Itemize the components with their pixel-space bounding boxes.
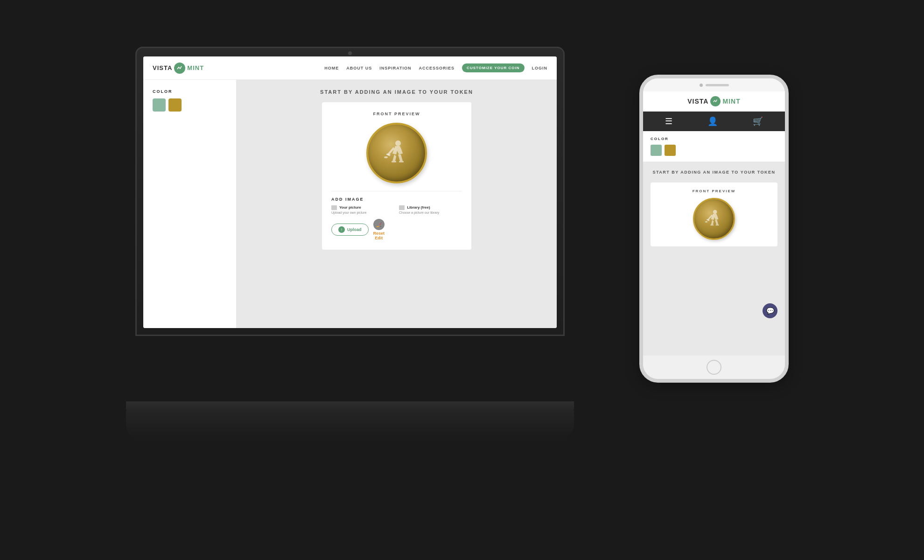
coin-container <box>331 123 462 183</box>
library-option: Library (free) Choose a picture our libr… <box>399 205 462 214</box>
phone-camera <box>700 84 703 87</box>
svg-rect-1 <box>392 161 396 162</box>
phone-main-heading: START BY ADDING AN IMAGE TO YOUR TOKEN <box>652 169 775 176</box>
phone-coin-container <box>657 198 771 240</box>
phone-logo-icon <box>710 96 721 106</box>
add-image-label: ADD IMAGE <box>331 197 462 202</box>
phone-home-circle[interactable] <box>707 360 721 375</box>
phone-screen: VISTA MINT ☰ 👤 🛒 COLOR <box>643 91 785 356</box>
phone-preview-card: FRONT PREVIEW <box>651 182 777 246</box>
phone-device: VISTA MINT ☰ 👤 🛒 COLOR <box>639 75 789 383</box>
svg-point-3 <box>384 156 388 158</box>
svg-point-7 <box>705 221 708 223</box>
phone-chat-bubble[interactable]: 💬 <box>763 303 777 318</box>
action-row: ↑ Upload 🏒 Reset Edit <box>331 219 462 240</box>
preview-title: FRONT PREVIEW <box>331 112 462 116</box>
laptop-sidebar: COLOR <box>143 80 237 328</box>
reset-button[interactable]: Reset <box>373 231 385 236</box>
preview-card: FRONT PREVIEW <box>322 102 471 250</box>
nav-links: HOME ABOUT US INSPIRATION ACCESSORIES CU… <box>324 63 547 72</box>
color-swatches <box>153 98 227 112</box>
logo-vista-text: VISTA <box>153 64 172 71</box>
nav-accessories[interactable]: ACCESSORIES <box>419 66 455 70</box>
phone-coin-preview <box>693 198 735 240</box>
phone-home-button-bar <box>643 356 785 379</box>
logo-mint-text: MINT <box>187 64 204 71</box>
color-swatch-gold[interactable] <box>168 98 182 112</box>
laptop-navbar: VISTA MINT HOME ABOUT US INSPIRATION ACC… <box>143 56 557 80</box>
svg-rect-2 <box>399 161 404 162</box>
add-image-section: ADD IMAGE Your picture Upload your own p… <box>331 191 462 240</box>
svg-rect-5 <box>710 224 714 225</box>
phone-toolbar: ☰ 👤 🛒 <box>643 112 785 131</box>
phone-swatch-green[interactable] <box>651 145 662 156</box>
library-sub: Choose a picture our library <box>399 211 462 214</box>
phone-body: COLOR START BY ADDING AN IMAGE TO YOUR T… <box>643 131 785 356</box>
laptop-device: VISTA MINT HOME ABOUT US INSPIRATION ACC… <box>135 47 583 467</box>
nav-home[interactable]: HOME <box>324 66 339 70</box>
phone-color-label: COLOR <box>651 137 777 141</box>
laptop-content: COLOR START BY ADDING AN IMAGE TO YOUR T… <box>143 80 557 328</box>
laptop-foot <box>126 411 574 439</box>
laptop-body: VISTA MINT HOME ABOUT US INSPIRATION ACC… <box>135 47 565 336</box>
phone-menu-icon[interactable]: ☰ <box>665 116 672 126</box>
phone-main: START BY ADDING AN IMAGE TO YOUR TOKEN F… <box>643 162 785 356</box>
phone-logo: VISTA MINT <box>687 96 740 106</box>
svg-rect-6 <box>716 224 719 225</box>
edit-button[interactable]: Edit <box>375 236 383 240</box>
main-heading: START BY ADDING AN IMAGE TO YOUR TOKEN <box>320 89 473 95</box>
phone-speaker <box>706 84 729 86</box>
logo-icon <box>174 63 185 74</box>
phone-logo-vista: VISTA <box>687 98 708 105</box>
laptop-logo: VISTA MINT <box>153 63 204 74</box>
laptop-camera <box>348 51 352 55</box>
coin-preview <box>366 123 427 183</box>
nav-about[interactable]: ABOUT US <box>346 66 372 70</box>
scene: VISTA MINT HOME ABOUT US INSPIRATION ACC… <box>135 47 789 513</box>
svg-point-4 <box>713 210 717 214</box>
library-icon <box>399 205 405 210</box>
phone-account-icon[interactable]: 👤 <box>707 116 718 126</box>
coin-hockey-icon <box>380 137 413 169</box>
phone-sidebar: COLOR <box>643 131 785 162</box>
nav-login[interactable]: LOGIN <box>532 66 548 70</box>
phone-swatch-gold[interactable] <box>665 145 676 156</box>
your-picture-option: Your picture Upload your own picture <box>331 205 394 214</box>
nav-customize-coin[interactable]: CUSTOMIZE YOUR COIN <box>462 63 524 72</box>
laptop-main-area: START BY ADDING AN IMAGE TO YOUR TOKEN F… <box>237 80 557 328</box>
phone-nav: VISTA MINT <box>643 91 785 112</box>
upload-button[interactable]: ↑ Upload <box>331 224 369 236</box>
phone-top-bar <box>643 78 785 91</box>
nav-inspiration[interactable]: INSPIRATION <box>379 66 411 70</box>
image-options: Your picture Upload your own picture Lib… <box>331 205 462 214</box>
phone-preview-title: FRONT PREVIEW <box>657 189 771 193</box>
laptop-base <box>126 401 574 411</box>
picture-icon <box>331 205 337 210</box>
phone-swatches <box>651 145 777 156</box>
library-title: Library (free) <box>399 205 462 210</box>
color-swatch-green[interactable] <box>153 98 166 112</box>
phone-coin-hockey-icon <box>702 207 726 231</box>
upload-icon: ↑ <box>338 226 345 233</box>
your-picture-title: Your picture <box>331 205 394 210</box>
library-figure-icon: 🏒 <box>373 219 385 230</box>
phone-logo-mint: MINT <box>722 98 740 105</box>
phone-cart-icon[interactable]: 🛒 <box>753 116 763 126</box>
sidebar-color-label: COLOR <box>153 89 227 94</box>
svg-point-0 <box>395 140 401 146</box>
your-picture-sub: Upload your own picture <box>331 211 394 214</box>
laptop-screen: VISTA MINT HOME ABOUT US INSPIRATION ACC… <box>143 56 557 328</box>
reset-edit-section: 🏒 Reset Edit <box>373 219 385 240</box>
